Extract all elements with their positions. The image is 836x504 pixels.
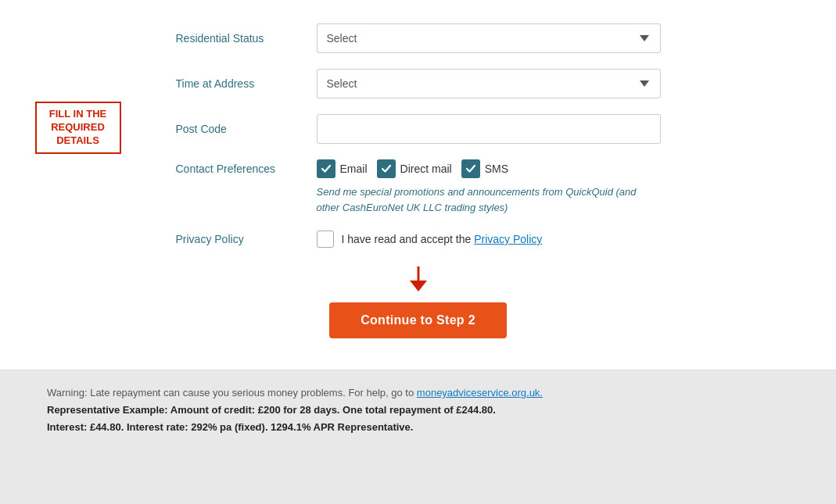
contact-preferences-group: Email Direct mail [317,159,508,178]
contact-preferences-label: Contact Preferences [176,163,317,175]
money-advice-link[interactable]: moneyadviceservice.org.uk. [417,387,543,399]
contact-preferences-row: Contact Preferences Email [176,159,661,178]
contact-sms-item: SMS [461,159,508,178]
footer-warning: Warning: Late repayment can cause you se… [0,370,836,450]
contact-email-item: Email [317,159,368,178]
time-at-address-label: Time at Address [176,77,317,90]
post-code-input[interactable] [317,114,661,144]
direct-mail-checkbox[interactable] [377,159,396,178]
representative-line1: Representative Example: Amount of credit… [47,402,789,419]
svg-marker-1 [410,281,427,291]
representative-line2: Interest: £44.80. Interest rate: 292% pa… [47,419,789,436]
fill-in-label: FILL IN THE REQUIRED DETAILS [35,102,121,154]
arrow-down-icon [407,266,429,298]
time-at-address-control: Select Less than 1 year 1-2 years 3-5 ye… [317,69,661,98]
email-checkbox[interactable] [317,159,335,178]
warning-line: Warning: Late repayment can cause you se… [47,384,789,402]
contact-direct-mail-item: Direct mail [377,159,452,178]
privacy-policy-area: I have read and accept the Privacy Polic… [317,231,543,248]
post-code-control [317,114,661,144]
residential-status-select[interactable]: Select Owner Tenant Living with Parents … [317,23,661,53]
post-code-row: Post Code [176,114,661,144]
sms-checkbox[interactable] [461,159,480,178]
time-at-address-select[interactable]: Select Less than 1 year 1-2 years 3-5 ye… [317,69,661,98]
residential-status-control: Select Owner Tenant Living with Parents … [317,23,661,53]
privacy-policy-link[interactable]: Privacy Policy [474,233,542,245]
residential-status-label: Residential Status [176,32,317,45]
continue-section: Continue to Step 2 [176,266,661,338]
residential-status-row: Residential Status Select Owner Tenant L… [176,23,661,53]
email-label: Email [340,163,368,175]
privacy-policy-label: Privacy Policy [176,233,317,245]
post-code-label: Post Code [176,123,317,135]
time-at-address-row: Time at Address Select Less than 1 year … [176,69,661,98]
direct-mail-label: Direct mail [400,163,452,175]
promo-text: Send me special promotions and announcem… [317,184,661,215]
privacy-policy-checkbox[interactable] [317,231,334,248]
continue-button[interactable]: Continue to Step 2 [329,302,507,338]
privacy-policy-text: I have read and accept the Privacy Polic… [342,233,543,245]
sms-label: SMS [485,163,508,175]
privacy-policy-row: Privacy Policy I have read and accept th… [176,231,661,248]
